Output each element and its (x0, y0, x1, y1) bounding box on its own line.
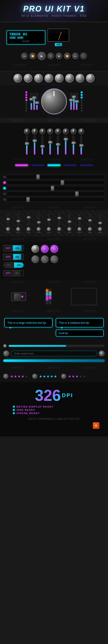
eq-thumb-3[interactable] (27, 216, 30, 218)
eq-fader-7[interactable] (69, 214, 70, 226)
h-fader-track-4[interactable] (7, 192, 105, 196)
eq-knob-10[interactable] (98, 227, 102, 231)
rec-btn[interactable]: ● (80, 52, 87, 60)
eq-thumb-10[interactable] (99, 222, 102, 224)
power-button-1[interactable] (41, 245, 49, 253)
h-fader-track-5[interactable] (7, 197, 105, 202)
ch6-knob[interactable] (63, 128, 69, 134)
knob-8[interactable] (86, 74, 95, 82)
toggle-dark-1[interactable]: OFF ON (3, 270, 24, 276)
v-slider-thumb-2[interactable] (32, 96, 37, 99)
knob-4[interactable] (45, 74, 53, 82)
eq-fader-9[interactable] (89, 214, 91, 226)
h-fader-thumb-1[interactable] (36, 174, 40, 180)
power-button-2[interactable]: ⏻ (50, 245, 58, 253)
eq-knob-6[interactable] (57, 227, 61, 231)
rewind-btn[interactable]: ⏪ (29, 52, 36, 60)
eq-knob-3[interactable] (27, 227, 30, 231)
search-btn[interactable]: 🔍 (99, 350, 105, 356)
h-fader-track-2[interactable] (7, 180, 105, 185)
eq-thumb-4[interactable] (37, 221, 41, 224)
eq-fader-5[interactable] (48, 214, 50, 226)
on-badge[interactable]: ON (55, 43, 62, 46)
eq-thumb-6[interactable] (58, 217, 61, 219)
eq-fader-1[interactable] (7, 214, 9, 226)
eq-thumb-1[interactable] (6, 218, 10, 220)
v-slider-thumb-5[interactable] (72, 96, 76, 98)
ch3-knob[interactable] (39, 128, 45, 134)
ch4-fader[interactable] (49, 135, 51, 155)
eq-knob-9[interactable] (88, 227, 92, 231)
ffwd-btn[interactable]: ⏩ (64, 52, 71, 60)
ch7-knob[interactable] (70, 128, 76, 134)
h-fader-track-1[interactable] (7, 175, 105, 179)
h-fader-thumb-3[interactable] (51, 186, 54, 191)
stop-btn[interactable]: ⏹ (55, 52, 62, 60)
prev-btn[interactable]: ⏮ (21, 52, 28, 60)
progress-bar-blue[interactable] (3, 359, 105, 362)
ch4-knob[interactable] (47, 128, 53, 134)
ch2-fader[interactable] (34, 135, 35, 155)
v-slider-track-4[interactable] (70, 93, 72, 110)
headphone-btn-3[interactable]: 🎧 (50, 255, 58, 263)
eq-knob-4[interactable] (37, 227, 41, 231)
v-slider-track-5[interactable] (73, 93, 75, 110)
play-btn[interactable]: ▶ (37, 52, 46, 60)
toggle-off-on-2[interactable]: OFF ON (3, 254, 24, 260)
v-slider-track-3[interactable] (36, 93, 38, 110)
ch8-fader[interactable] (80, 135, 82, 155)
headphone-btn-2[interactable]: 🎧 (41, 255, 49, 263)
v-slider-thumb-4[interactable] (69, 99, 73, 102)
next-btn[interactable]: ⏭ (72, 52, 79, 60)
eq-knob-7[interactable] (67, 227, 71, 231)
physical-rocker-switch[interactable] (11, 292, 26, 301)
ch1-fader[interactable] (26, 135, 28, 155)
h-fader-thumb-2[interactable] (61, 180, 64, 185)
v-slider-thumb-3[interactable] (35, 102, 39, 104)
progress-track-1[interactable] (8, 345, 105, 347)
ch1-knob[interactable] (24, 128, 30, 134)
ch3-fader[interactable] (42, 135, 43, 155)
h-fader-thumb-5[interactable] (26, 197, 30, 202)
search-input[interactable] (14, 352, 94, 355)
ch5-knob[interactable] (55, 128, 61, 134)
v-slider-track-1[interactable] (30, 93, 32, 110)
v-slider-thumb-6[interactable] (75, 100, 79, 103)
eq-fader-2[interactable] (17, 214, 19, 226)
eq-fader-10[interactable] (99, 214, 101, 226)
eq-fader-3[interactable] (28, 214, 29, 226)
knob-1[interactable] (13, 74, 22, 82)
eq-fader-6[interactable] (58, 214, 60, 226)
knob-2[interactable] (24, 74, 32, 82)
h-fader-thumb-4[interactable] (75, 191, 79, 196)
eq-fader-8[interactable] (79, 214, 80, 226)
pause-btn[interactable]: ⏸ (47, 52, 54, 60)
knob-6[interactable] (65, 74, 74, 82)
eq-knob-2[interactable] (16, 227, 20, 231)
v-slider-track-6[interactable] (76, 93, 78, 110)
progress-thumb-1[interactable] (3, 344, 7, 348)
v-slider-track-2[interactable] (33, 93, 35, 110)
knob-5[interactable] (55, 74, 63, 82)
knob-7[interactable] (76, 74, 84, 82)
eq-knob-5[interactable] (47, 227, 51, 231)
ch7-fader[interactable] (73, 135, 74, 155)
search-bar[interactable] (11, 351, 97, 356)
knob-3[interactable] (34, 74, 43, 82)
headphone-btn-1[interactable]: 🎧 (31, 255, 39, 263)
eq-thumb-8[interactable] (78, 217, 81, 220)
big-knob[interactable] (41, 88, 67, 114)
eq-thumb-9[interactable] (88, 219, 92, 222)
ch5-fader[interactable] (57, 135, 59, 155)
toggle-rounded-1[interactable]: OFF ON (3, 262, 24, 268)
selector-knob-1[interactable] (31, 245, 39, 253)
ch8-knob[interactable] (78, 128, 84, 134)
eq-thumb-7[interactable] (68, 220, 71, 223)
ch6-fader[interactable] (65, 135, 66, 155)
h-fader-track-3[interactable] (7, 186, 105, 190)
toggle-off-on-1[interactable]: OFF ON (3, 245, 24, 252)
eq-fader-4[interactable] (38, 214, 39, 226)
ch2-knob[interactable] (32, 128, 38, 134)
eq-thumb-2[interactable] (17, 220, 20, 222)
eq-knob-8[interactable] (78, 227, 81, 231)
